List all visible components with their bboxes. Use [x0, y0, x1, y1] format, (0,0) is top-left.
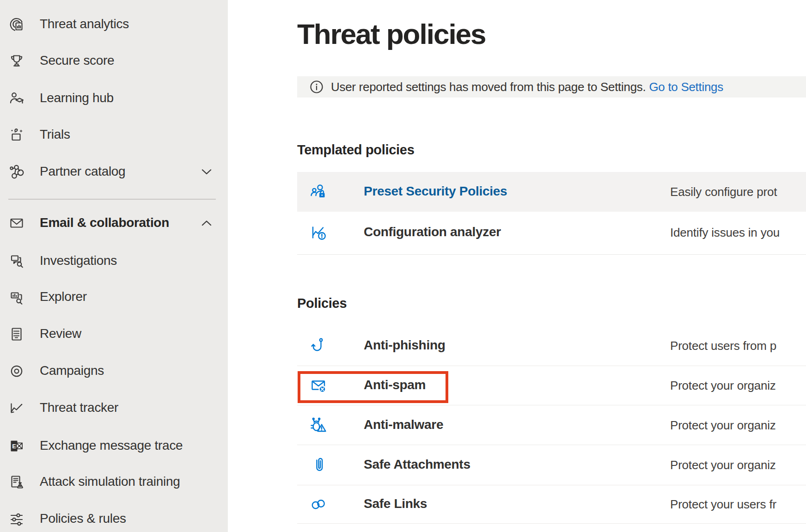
sidebar-item-policies-rules[interactable]: Policies & rules	[0, 501, 228, 532]
sidebar-item-label: Policies & rules	[40, 511, 126, 526]
threat-analytics-icon	[8, 16, 25, 33]
policies-heading: Policies	[297, 296, 347, 311]
attack-simulation-training-icon	[8, 474, 25, 490]
review-icon	[8, 326, 25, 342]
anti-spam-icon	[309, 376, 328, 395]
learning-hub-icon	[8, 90, 25, 107]
sidebar-item-label: Attack simulation training	[40, 474, 180, 489]
threat-tracker-icon	[8, 400, 25, 416]
row-description: Protect your users fr	[670, 497, 776, 512]
row-label[interactable]: Safe Links	[364, 496, 427, 511]
sidebar-item-trials[interactable]: Trials	[0, 116, 228, 153]
sidebar-item-label: Secure score	[40, 53, 114, 68]
row-description: Protect users from p	[670, 339, 776, 353]
row-description: Protect your organiz	[670, 458, 776, 472]
sidebar-item-partner-catalog[interactable]: Partner catalog	[0, 153, 228, 190]
sidebar-item-threat-tracker[interactable]: Threat tracker	[0, 390, 228, 427]
row-label[interactable]: Anti-malware	[364, 417, 443, 432]
explorer-icon	[8, 289, 25, 306]
row-description: Easily configure prot	[670, 185, 777, 199]
row-anti-phishing[interactable]: Anti-phishing Protect users from p	[297, 326, 806, 366]
sidebar-item-label: Investigations	[40, 253, 117, 268]
sidebar-item-email-collaboration[interactable]: Email & collaboration	[0, 205, 228, 242]
section-divider	[297, 254, 806, 255]
investigations-icon	[8, 253, 25, 269]
email-collaboration-icon	[8, 215, 25, 232]
sidebar-item-label: Exchange message trace	[40, 438, 183, 453]
sidebar-item-label: Explorer	[40, 289, 87, 304]
row-anti-spam[interactable]: Anti-spam Protect your organiz	[297, 366, 806, 405]
sidebar-item-exchange-message-trace[interactable]: E Exchange message trace	[0, 428, 228, 465]
row-safe-attachments[interactable]: Safe Attachments Protect your organiz	[297, 445, 806, 485]
exchange-message-trace-icon: E	[8, 438, 25, 454]
preset-security-policies-icon	[309, 183, 328, 201]
sidebar-divider	[8, 199, 216, 200]
campaigns-icon	[8, 363, 25, 379]
sidebar-item-label: Email & collaboration	[40, 215, 169, 230]
row-description: Protect your organiz	[670, 379, 776, 393]
sidebar-item-label: Campaigns	[40, 363, 104, 378]
row-anti-malware[interactable]: Anti-malware Protect your organiz	[297, 405, 806, 445]
sidebar-item-threat-analytics[interactable]: Threat analytics	[0, 6, 228, 43]
sidebar-item-review[interactable]: Review	[0, 316, 228, 353]
safe-links-icon	[309, 495, 328, 514]
sidebar-item-investigations[interactable]: Investigations	[0, 243, 228, 280]
safe-attachments-icon	[309, 456, 328, 474]
policies-rules-icon	[8, 511, 25, 527]
row-preset-security-policies[interactable]: Preset Security Policies Easily configur…	[297, 172, 806, 212]
sidebar-item-label: Threat tracker	[40, 400, 118, 415]
templated-policies-heading: Templated policies	[297, 142, 415, 158]
sidebar-item-label: Learning hub	[40, 91, 114, 105]
sidebar: Threat analytics Secure score Learning h…	[0, 0, 228, 532]
main-content: Threat policies User reported settings h…	[228, 0, 806, 532]
sidebar-item-label: Threat analytics	[40, 17, 129, 31]
row-label[interactable]: Anti-phishing	[364, 338, 446, 353]
sidebar-item-label: Partner catalog	[40, 164, 125, 179]
svg-text:E: E	[12, 443, 16, 450]
row-label[interactable]: Anti-spam	[364, 378, 426, 392]
row-description: Identify issues in you	[670, 226, 780, 240]
secure-score-icon	[8, 53, 25, 69]
sidebar-item-secure-score[interactable]: Secure score	[0, 43, 228, 79]
info-icon	[310, 80, 324, 94]
chevron-down-icon	[202, 169, 212, 175]
anti-phishing-icon	[309, 336, 328, 355]
banner-text: User reported settings has moved from th…	[331, 80, 646, 94]
row-label[interactable]: Preset Security Policies	[364, 184, 507, 199]
page-title: Threat policies	[297, 18, 486, 50]
go-to-settings-link[interactable]: Go to Settings	[649, 80, 723, 94]
sidebar-item-label: Trials	[40, 127, 70, 142]
configuration-analyzer-icon	[309, 223, 328, 242]
anti-malware-icon	[309, 416, 328, 434]
trials-icon	[8, 127, 25, 143]
chevron-up-icon	[202, 220, 212, 226]
sidebar-item-explorer[interactable]: Explorer	[0, 279, 228, 316]
row-configuration-analyzer[interactable]: Configuration analyzer Identify issues i…	[297, 212, 806, 253]
sidebar-item-learning-hub[interactable]: Learning hub	[0, 80, 228, 117]
sidebar-item-campaigns[interactable]: Campaigns	[0, 353, 228, 390]
sidebar-item-label: Review	[40, 326, 81, 341]
row-safe-links[interactable]: Safe Links Protect your users fr	[297, 485, 806, 524]
partner-catalog-icon	[8, 164, 25, 180]
sidebar-item-attack-simulation-training[interactable]: Attack simulation training	[0, 464, 228, 501]
row-description: Protect your organiz	[670, 418, 776, 432]
row-label[interactable]: Configuration analyzer	[364, 225, 501, 239]
row-label[interactable]: Safe Attachments	[364, 457, 470, 472]
info-banner: User reported settings has moved from th…	[297, 76, 806, 98]
